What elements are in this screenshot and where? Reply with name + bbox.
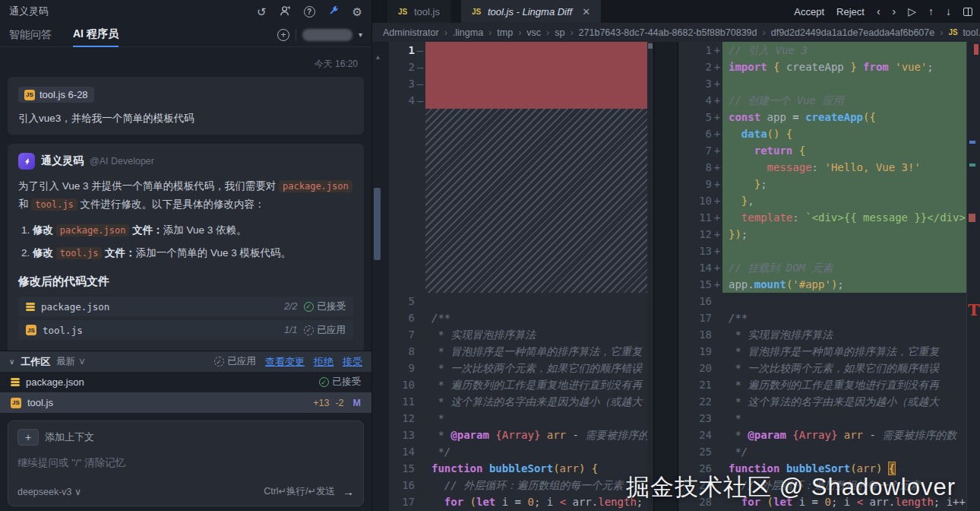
code-line[interactable]: 3– xyxy=(389,75,653,92)
code-line[interactable]: 8+ message: 'Hello, Vue 3!' xyxy=(678,159,980,176)
breadcrumb-segment[interactable]: 271b7643-8dc7-44ab-8682-b5f88b70839d xyxy=(564,27,757,38)
code-line[interactable]: 16 // 外层循环：遍历数组的每一个元素 xyxy=(389,477,653,494)
modified-file-row[interactable]: package.json 2/2 ✓ 已接受 xyxy=(18,297,353,316)
code-line[interactable]: 10+ }, xyxy=(678,192,980,209)
code-line[interactable]: 17 for (let i = 0; i < arr.length; i++) … xyxy=(389,494,653,510)
workspace-filter[interactable]: 最新 ∨ xyxy=(56,355,86,368)
scrollbar-thumb[interactable] xyxy=(648,43,653,49)
file-context-chip[interactable]: JS tool.js 6-28 xyxy=(18,87,94,103)
code-line[interactable]: 3+ xyxy=(678,75,980,92)
chat-input-box[interactable]: + 添加上下文 继续提问或 "/" 清除记忆 deepseek-v3 ∨ Ctr… xyxy=(8,421,364,506)
prev-change-icon[interactable]: ‹ xyxy=(877,5,880,17)
code-line[interactable]: 5 xyxy=(389,293,653,309)
code-line[interactable]: 13+ xyxy=(678,243,980,259)
view-changes-link[interactable]: 查看变更 xyxy=(265,355,305,369)
code-line[interactable]: 11 * 这个算法的名字由来是因为越小（或越大 xyxy=(389,393,653,410)
breadcrumb-segment[interactable]: sp xyxy=(541,27,564,38)
model-selector[interactable]: deepseek-v3 ∨ xyxy=(17,486,81,497)
chevron-down-icon[interactable]: ▾ xyxy=(359,30,362,39)
breadcrumb-segment[interactable]: .lingma xyxy=(439,27,483,38)
code-line[interactable]: 18 * 实现冒泡排序算法 xyxy=(678,326,980,343)
code-line[interactable]: 9 * 一次比较两个元素，如果它们的顺序错误 xyxy=(389,360,653,376)
editor-tab-lingma-diff[interactable]: JS tool.js - Lingma Diff ✕ xyxy=(461,0,601,23)
tab-smart-qa[interactable]: 智能问答 xyxy=(9,23,52,47)
wrench-icon[interactable] xyxy=(328,5,340,18)
split-editor-icon[interactable] xyxy=(963,8,972,16)
code-line[interactable]: 6/** xyxy=(389,309,653,326)
code-line[interactable]: 2– xyxy=(389,59,653,75)
diff-pane-modified[interactable]: 1+// 引入 Vue 32+import { createApp } from… xyxy=(678,42,980,511)
send-icon[interactable]: → xyxy=(343,485,354,498)
accept-link[interactable]: 接受 xyxy=(343,355,362,369)
code-line[interactable]: 15function bubbleSort(arr) { xyxy=(389,460,653,477)
code-line[interactable]: 10 * 遍历数列的工作是重复地进行直到没有再 xyxy=(389,376,653,393)
plus-icon[interactable]: + xyxy=(17,429,39,446)
next-change-icon[interactable]: › xyxy=(893,5,896,17)
history-icon[interactable]: ↺ xyxy=(257,6,267,17)
invite-user-icon[interactable] xyxy=(280,5,291,18)
code-line[interactable]: 17/** xyxy=(678,309,980,326)
chevron-down-icon[interactable]: ∨ xyxy=(9,357,14,366)
workspace-file-row[interactable]: package.json ✓ 已接受 xyxy=(0,372,371,392)
chat-scroll-area[interactable]: 今天 16:20 JS tool.js 6-28 引入vue3，并给我一个简单的… xyxy=(0,47,371,351)
chat-input-placeholder[interactable]: 继续提问或 "/" 清除记忆 xyxy=(17,456,354,470)
breadcrumb-segment[interactable]: df9d2d2449da1a1de7eadda4af6b607e xyxy=(757,27,935,38)
code-line[interactable]: 15+app.mount('#app'); xyxy=(678,276,980,293)
code-line[interactable]: 25 */ xyxy=(678,443,980,460)
left-overview-ruler[interactable] xyxy=(647,42,653,511)
code-line[interactable]: 1+// 引入 Vue 3 xyxy=(678,42,980,59)
code-line[interactable]: 6+ data() { xyxy=(678,125,980,142)
reject-link[interactable]: 拒绝 xyxy=(314,355,334,369)
code-line[interactable]: 11+ template: `<div>{{ message }}</div>` xyxy=(678,209,980,226)
code-line[interactable]: 14 */ xyxy=(389,443,653,460)
workspace-file-row-selected[interactable]: JS tool.js +13 -2 M xyxy=(0,392,371,413)
code-line[interactable]: 22 * 这个算法的名字由来是因为越小（或越大 xyxy=(678,393,980,410)
editor-tab-tooljs[interactable]: JS tool.js xyxy=(387,0,450,23)
code-line[interactable]: 7+ return { xyxy=(678,142,980,159)
new-session-icon[interactable]: + xyxy=(277,29,289,41)
run-icon[interactable]: ▷ xyxy=(908,5,916,17)
close-icon[interactable]: ✕ xyxy=(582,6,590,17)
code-line[interactable]: 13 * @param {Array} arr - 需要被排序的数 xyxy=(389,427,653,443)
pane-divider[interactable] xyxy=(653,42,678,511)
scroll-up-icon[interactable]: ↑ xyxy=(928,5,934,17)
right-overview-ruler[interactable]: T xyxy=(966,42,980,511)
code-line[interactable]: 14+// 挂载到 DOM 元素 xyxy=(678,259,980,276)
panel-tabs: 智能问答 AI 程序员 + ▾ xyxy=(0,23,371,47)
code-line[interactable]: 21 * 遍历数列的工作是重复地进行直到没有再 xyxy=(678,376,980,393)
reject-button[interactable]: Reject xyxy=(836,6,865,17)
breadcrumb-segment[interactable]: Administrator xyxy=(383,27,439,38)
code-line[interactable]: 9+ }; xyxy=(678,176,980,192)
accept-button[interactable]: Accept xyxy=(794,6,824,17)
code-line[interactable]: 7 * 实现冒泡排序算法 xyxy=(389,326,653,343)
settings-icon[interactable]: ⚙ xyxy=(352,6,362,17)
code-line[interactable]: 8 * 冒泡排序是一种简单的排序算法，它重复 xyxy=(389,343,653,360)
assistant-name: 通义灵码 xyxy=(41,154,84,168)
code-line[interactable]: 12 * xyxy=(389,410,653,427)
code-line[interactable]: 12+}); xyxy=(678,226,980,243)
watermark-text: 掘金技术社区 @ Shadowlover xyxy=(626,471,956,503)
modified-file-row[interactable]: JS tool.js 1/1 ✓ 已应用 xyxy=(18,320,353,340)
add-context-button[interactable]: + 添加上下文 xyxy=(17,429,94,446)
code-line[interactable]: 4+// 创建一个 Vue 应用 xyxy=(678,92,980,109)
tab-ai-developer[interactable]: AI 程序员 xyxy=(73,23,119,47)
breadcrumb-segment[interactable]: vsc xyxy=(513,27,541,38)
session-selector[interactable] xyxy=(302,29,352,41)
scroll-up-arrow-icon[interactable]: ▲ xyxy=(375,53,381,61)
panel-scrollbar-thumb[interactable] xyxy=(374,188,381,260)
code-line[interactable]: 20 * 一次比较两个元素，如果它们的顺序错误 xyxy=(678,360,980,376)
help-icon[interactable]: ? xyxy=(304,6,315,17)
code-line[interactable]: 1– xyxy=(389,42,653,59)
code-line[interactable]: 23 * xyxy=(678,410,980,427)
breadcrumb-segment[interactable]: JStool.js xyxy=(934,27,980,38)
code-line[interactable]: 5+const app = createApp({ xyxy=(678,109,980,125)
code-line[interactable]: 24 * @param {Array} arr - 需要被排序的数 xyxy=(678,427,980,443)
code-line[interactable]: 16 xyxy=(678,293,980,309)
code-line[interactable]: 4– xyxy=(389,92,653,109)
code-line[interactable]: 2+import { createApp } from 'vue'; xyxy=(678,59,980,75)
breadcrumb: Administrator .lingma tmp vsc sp 271b764… xyxy=(372,23,980,42)
breadcrumb-segment[interactable]: tmp xyxy=(483,27,513,38)
code-line[interactable]: 19 * 冒泡排序是一种简单的排序算法，它重复 xyxy=(678,343,980,360)
diff-pane-original[interactable]: 1–2–3–4–56/**7 * 实现冒泡排序算法8 * 冒泡排序是一种简单的排… xyxy=(389,42,653,511)
scroll-down-icon[interactable]: ↓ xyxy=(946,5,951,17)
